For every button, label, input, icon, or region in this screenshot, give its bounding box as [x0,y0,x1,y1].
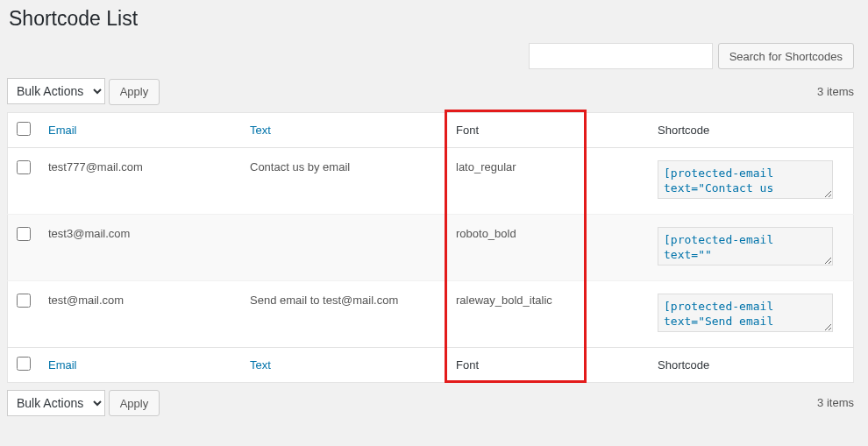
col-header-email: Email [39,112,241,147]
cell-email: test777@mail.com [39,147,241,214]
table-row: test777@mail.comContact us by emaillato_… [8,147,854,214]
row-checkbox[interactable] [17,227,31,241]
select-all-footer-cell [8,347,40,382]
sort-email-bottom[interactable]: Email [48,358,77,372]
col-footer-font: Font [447,347,649,382]
row-checkbox[interactable] [17,294,31,308]
cell-email: test@mail.com [39,280,241,347]
tablenav-top: Bulk Actions Apply 3 items [7,78,854,105]
shortcode-table: Email Text Font Shortcode test777@mail.c… [7,112,854,383]
col-header-text: Text [241,112,447,147]
table-row: test3@mail.comroboto_bold [8,214,854,280]
sort-text[interactable]: Text [250,124,271,137]
col-footer-text: Text [241,347,447,382]
cell-email: test3@mail.com [39,214,241,280]
items-count-top: 3 items [817,85,854,98]
col-header-font: Font [447,112,649,147]
sort-email[interactable]: Email [48,124,77,137]
col-footer-shortcode: Shortcode [649,347,854,382]
tablenav-bottom: Bulk Actions Apply 3 items [7,390,854,417]
shortcode-textarea[interactable] [658,294,833,332]
cell-shortcode [649,214,854,280]
sort-text-bottom[interactable]: Text [250,358,271,372]
shortcode-textarea[interactable] [658,160,833,199]
search-button[interactable]: Search for Shortcodes [718,43,854,69]
page-title: Shortcode List [9,7,854,31]
cell-shortcode [649,147,854,214]
select-all-header [8,112,40,147]
table-wrapper: Email Text Font Shortcode test777@mail.c… [7,112,854,383]
apply-button-top[interactable]: Apply [109,79,160,105]
cell-text: Send email to test@mail.com [241,280,447,347]
items-count-bottom: 3 items [817,396,854,409]
apply-button-bottom[interactable]: Apply [109,390,160,416]
cell-text: Contact us by email [241,147,447,214]
cell-font: raleway_bold_italic [447,280,649,347]
bulk-actions-select-bottom[interactable]: Bulk Actions [7,390,105,416]
search-bar: Search for Shortcodes [7,43,854,69]
cell-font: roboto_bold [447,214,649,280]
cell-shortcode [649,280,854,347]
cell-font: lato_regular [447,147,649,214]
search-input[interactable] [529,43,713,69]
row-checkbox[interactable] [17,160,31,174]
select-all-checkbox-top[interactable] [17,122,31,136]
bulk-actions-select[interactable]: Bulk Actions [7,78,105,104]
col-header-shortcode: Shortcode [649,112,854,147]
col-footer-email: Email [39,347,241,382]
cell-text [241,214,447,280]
select-all-checkbox-bottom[interactable] [17,357,31,371]
shortcode-textarea[interactable] [658,227,833,265]
table-row: test@mail.comSend email to test@mail.com… [8,280,854,347]
